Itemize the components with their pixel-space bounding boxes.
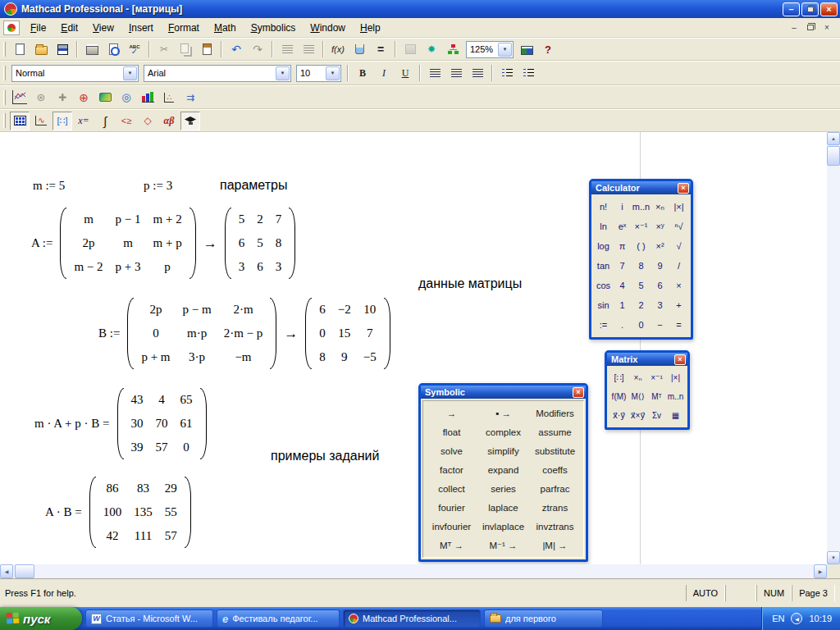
bar-plot-button[interactable] <box>138 88 158 107</box>
print-button[interactable] <box>82 40 102 59</box>
divide-button[interactable]: / <box>669 256 688 276</box>
laplace-button[interactable]: laplace <box>477 498 529 517</box>
help-button[interactable]: ? <box>538 40 558 59</box>
factor-button[interactable]: factor <box>426 460 477 479</box>
invfourier-button[interactable]: invfourier <box>426 517 477 536</box>
vector-field-button[interactable]: ⇉ <box>180 88 200 107</box>
scroll-right-button[interactable]: ▶ <box>814 564 827 578</box>
taskbar-task-word[interactable]: W Статья - Microsoft W... <box>85 609 213 628</box>
calculator-toolbar-button[interactable] <box>10 112 30 130</box>
picture-operator-button[interactable]: ▦ <box>666 406 685 425</box>
toolbar-grip[interactable] <box>3 66 6 80</box>
toolbar-grip[interactable] <box>3 42 6 57</box>
programming-toolbar-button[interactable]: ◇ <box>138 112 158 130</box>
assign-button[interactable]: := <box>594 315 613 335</box>
menu-format[interactable]: Format <box>161 20 207 36</box>
numbered-list-button[interactable] <box>518 64 538 83</box>
parfrac-button[interactable]: parfrac <box>529 479 581 498</box>
align-center-button[interactable] <box>446 64 466 83</box>
print-preview-button[interactable] <box>103 40 123 59</box>
symbolic-palette-titlebar[interactable]: Symbolic × <box>421 386 586 399</box>
taskbar-task-folder[interactable]: для первого <box>484 609 603 628</box>
save-button[interactable] <box>52 40 72 59</box>
paste-button[interactable] <box>197 40 217 59</box>
polar-plot-button[interactable]: ⊕ <box>74 88 94 107</box>
decimal-point-button[interactable]: . <box>613 315 632 335</box>
series-button[interactable]: series <box>477 479 529 498</box>
inverse-button[interactable]: ×⁻¹ <box>632 217 651 236</box>
menu-edit[interactable]: Edit <box>53 20 85 36</box>
start-button[interactable]: пуск <box>0 607 82 630</box>
insert-unit-button[interactable] <box>349 40 369 59</box>
close-button[interactable]: × <box>820 2 838 16</box>
vertical-scrollbar[interactable]: ▲ ▼ <box>827 132 840 564</box>
scatter-plot-button[interactable]: ∴ <box>159 88 179 107</box>
matrix-column-button[interactable]: M⟨⟩ <box>628 387 647 406</box>
math-region-B[interactable]: B := 2pp − m2·m0m·p2·m − pp + m3·p−m → 6… <box>98 298 390 369</box>
digit-3-button[interactable]: 3 <box>651 295 669 315</box>
spell-check-button[interactable]: ABC✓ <box>125 40 144 59</box>
imaginary-unit-button[interactable]: i <box>613 197 632 217</box>
symbolic-evaluate-button[interactable]: → <box>426 404 477 422</box>
expand-button[interactable]: expand <box>477 460 529 479</box>
matrix-palette[interactable]: Matrix × [∷]×ₙ×⁻¹|×|f(M)M⟨⟩Mᵀm..nx⃗·y⃗x⃗… <box>605 350 690 430</box>
scroll-down-button[interactable]: ▼ <box>827 551 840 564</box>
range-button[interactable]: m..n <box>632 197 651 217</box>
language-indicator[interactable]: EN <box>772 614 784 623</box>
menu-window[interactable]: Window <box>303 20 353 36</box>
determinant-keyword-button[interactable]: |M| → <box>529 536 581 555</box>
digit-0-button[interactable]: 0 <box>632 315 651 335</box>
insert-function-button[interactable]: f(x) <box>328 40 348 59</box>
evaluate-button[interactable]: = <box>669 315 688 335</box>
align-left-button[interactable] <box>425 64 445 83</box>
power-button[interactable]: ×ʸ <box>651 217 669 236</box>
digit-7-button[interactable]: 7 <box>613 256 632 276</box>
factorial-button[interactable]: n! <box>594 197 613 217</box>
keyword-evaluate-button[interactable]: ▪ → <box>477 404 529 422</box>
invlaplace-button[interactable]: invlaplace <box>477 517 529 536</box>
inverse-keyword-button[interactable]: M⁻¹ → <box>477 536 529 555</box>
align-regions-button[interactable] <box>277 40 297 59</box>
align-right-button[interactable] <box>468 64 487 83</box>
simplify-button[interactable]: simplify <box>477 441 529 460</box>
underline-button[interactable]: U <box>395 64 415 83</box>
digit-6-button[interactable]: 6 <box>651 276 669 295</box>
boolean-toolbar-button[interactable]: <≥ <box>116 112 136 130</box>
multiply-button[interactable]: × <box>669 276 688 295</box>
subscript-button[interactable]: ×ₙ <box>628 368 647 387</box>
menu-help[interactable]: Help <box>353 20 388 36</box>
modifiers-button[interactable]: Modifiers <box>529 404 581 422</box>
exponential-button[interactable]: eˣ <box>613 217 632 236</box>
menu-math[interactable]: Math <box>207 20 244 36</box>
digit-1-button[interactable]: 1 <box>613 295 632 315</box>
trace-button[interactable]: ✚ <box>52 88 72 107</box>
toolbar-grip[interactable] <box>3 113 6 128</box>
calculator-palette-titlebar[interactable]: Calculator × <box>591 181 691 194</box>
digit-5-button[interactable]: 5 <box>632 276 651 295</box>
cut-button[interactable]: ✂ <box>154 40 174 59</box>
nth-root-button[interactable]: ⁿ√ <box>669 217 688 236</box>
calculator-palette[interactable]: Calculator × n!im..n×ₙ|×|lneˣ×⁻¹×ʸⁿ√logπ… <box>589 179 693 340</box>
italic-button[interactable]: I <box>374 64 394 83</box>
matrix-toolbar-button[interactable]: [∷] <box>52 112 72 130</box>
child-minimize-button[interactable]: – <box>788 22 801 34</box>
style-select[interactable]: Normal <box>11 65 139 82</box>
vectorize-button[interactable]: f(M) <box>609 387 628 406</box>
copy-button[interactable] <box>176 40 195 59</box>
insert-matrix-button[interactable]: [∷] <box>609 368 628 387</box>
palette-close-button[interactable]: × <box>573 387 584 398</box>
log-button[interactable]: log <box>594 236 613 256</box>
scroll-up-button[interactable]: ▲ <box>827 132 840 145</box>
calculate-button[interactable]: = <box>371 40 390 59</box>
natural-log-button[interactable]: ln <box>594 217 613 236</box>
substitute-button[interactable]: substitute <box>529 441 581 460</box>
palette-close-button[interactable]: × <box>678 183 689 194</box>
digit-9-button[interactable]: 9 <box>651 256 669 276</box>
matrix-palette-titlebar[interactable]: Matrix × <box>607 353 687 366</box>
redo-button[interactable]: ↷ <box>248 40 267 59</box>
undo-button[interactable]: ↶ <box>226 40 246 59</box>
font-select[interactable]: Arial <box>144 65 291 82</box>
taskbar-task-mathcad[interactable]: Mathcad Professional... <box>343 609 481 628</box>
math-region-param-m[interactable]: m := 5 <box>33 179 65 193</box>
horizontal-scroll-thumb[interactable] <box>15 564 34 578</box>
